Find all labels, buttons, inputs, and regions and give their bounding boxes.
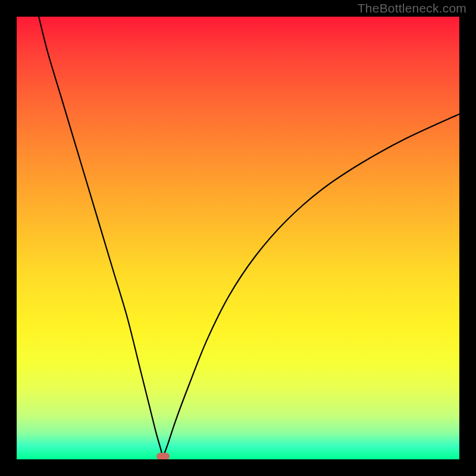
curve-left-branch — [39, 17, 162, 457]
watermark-text: TheBottleneck.com — [358, 1, 466, 15]
bottleneck-curve — [17, 17, 459, 459]
vertex-marker — [156, 453, 170, 459]
chart-frame — [17, 17, 459, 459]
curve-right-branch — [163, 114, 459, 458]
